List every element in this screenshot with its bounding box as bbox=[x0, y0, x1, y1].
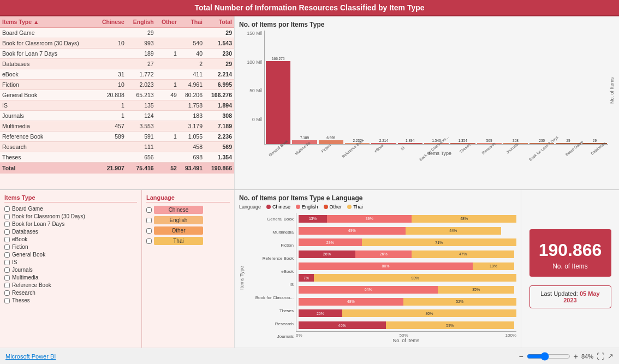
bar-item[interactable]: 7.189 bbox=[292, 57, 317, 144]
seg-english: 29% bbox=[299, 238, 362, 246]
bar-value: 308 bbox=[513, 139, 519, 142]
table-row: Board Game2929 bbox=[0, 28, 234, 38]
bar-fill bbox=[319, 140, 343, 144]
stacked-y-label: General Book bbox=[247, 217, 296, 222]
filter-checkbox[interactable] bbox=[4, 214, 10, 219]
filter-item[interactable]: Fiction bbox=[4, 244, 137, 250]
table-row: Book for Classroom (30 Days)109935401.54… bbox=[0, 38, 234, 49]
stacked-y-label: eBook bbox=[247, 269, 296, 274]
items-table: Items Type ▲ Chinese English Other Thai … bbox=[0, 16, 234, 174]
lang-checkbox[interactable] bbox=[146, 238, 152, 244]
filter-item[interactable]: Multimedia bbox=[4, 275, 137, 281]
bar-item[interactable]: 1.894 bbox=[398, 57, 422, 144]
filter-item[interactable]: General Book bbox=[4, 252, 137, 258]
table-row: General Book20.80865.2134980.206166.276 bbox=[0, 90, 234, 100]
filter-checkbox[interactable] bbox=[4, 244, 10, 250]
filter-item[interactable]: Journals bbox=[4, 267, 137, 273]
plus-button[interactable]: + bbox=[574, 352, 578, 361]
bar-item[interactable]: 230 bbox=[529, 57, 554, 144]
minus-button[interactable]: − bbox=[519, 352, 523, 361]
bar-item[interactable]: 2.236 bbox=[345, 57, 370, 144]
filters-area: Items Type Board GameBook for Classroom … bbox=[0, 190, 235, 348]
filter-label: Book for Classroom (30 Days) bbox=[12, 213, 85, 219]
table-scroll[interactable]: Items Type ▲ Chinese English Other Thai … bbox=[0, 16, 234, 189]
seg-english: 39% bbox=[327, 215, 412, 223]
stacked-y-label: IS bbox=[247, 282, 296, 287]
filter-item[interactable]: Databases bbox=[4, 229, 137, 235]
footer-cell: 190.866 bbox=[205, 163, 234, 174]
filter-item[interactable]: Theses bbox=[4, 297, 137, 303]
lang-checkbox[interactable] bbox=[146, 228, 152, 234]
filter-label: eBook bbox=[12, 236, 27, 242]
bar-fill bbox=[398, 143, 422, 144]
filter-checkbox[interactable] bbox=[4, 267, 10, 273]
filter-checkbox[interactable] bbox=[4, 206, 10, 212]
filter-checkbox[interactable] bbox=[4, 283, 10, 288]
seg-thai: 80% bbox=[342, 309, 516, 317]
filter-checkbox[interactable] bbox=[4, 237, 10, 242]
seg-thai: 52% bbox=[403, 298, 516, 306]
footer-cell: 52 bbox=[156, 163, 179, 174]
legend-other: Other bbox=[324, 204, 342, 210]
filter-item[interactable]: IS bbox=[4, 259, 137, 265]
bar-item[interactable]: 6.995 bbox=[319, 57, 343, 144]
table-row: IS11351.7581.894 bbox=[0, 100, 234, 111]
col-english: English bbox=[127, 16, 156, 28]
fit-icon[interactable]: ⛶ bbox=[597, 352, 604, 361]
filter-checkbox[interactable] bbox=[4, 229, 10, 235]
lang-item[interactable]: English bbox=[146, 216, 230, 224]
seg-thai: 93% bbox=[314, 274, 516, 282]
bar-item[interactable]: 29 bbox=[556, 57, 580, 144]
filter-item[interactable]: Board Game bbox=[4, 206, 137, 212]
lang-item[interactable]: Chinese bbox=[146, 206, 230, 214]
filter-checkbox[interactable] bbox=[4, 298, 10, 303]
bar-item[interactable]: 569 bbox=[477, 57, 502, 144]
filter-checkbox[interactable] bbox=[4, 252, 10, 258]
external-link-icon[interactable]: ↗ bbox=[608, 352, 614, 360]
seg-thai: 19% bbox=[473, 262, 514, 270]
seg-thai: 47% bbox=[412, 250, 514, 258]
bar-item[interactable]: 1.543 bbox=[424, 57, 449, 144]
bar-item[interactable]: 1.354 bbox=[450, 57, 475, 144]
bar-item[interactable]: 166.276 bbox=[266, 57, 290, 144]
seg-thai: 71% bbox=[362, 238, 516, 246]
bar-item[interactable]: 308 bbox=[503, 57, 528, 144]
bar-value: 569 bbox=[486, 139, 492, 142]
bar-value: 6.995 bbox=[326, 136, 335, 140]
col-items-type: Items Type ▲ bbox=[0, 16, 95, 28]
stacked-bar-row: 7%93% bbox=[299, 274, 516, 282]
lang-badge: Chinese bbox=[154, 206, 203, 214]
lang-checkbox[interactable] bbox=[146, 207, 152, 213]
bar-item[interactable]: 2.214 bbox=[371, 57, 396, 144]
col-thai: Thai bbox=[179, 16, 205, 28]
table-row: Databases27229 bbox=[0, 59, 234, 69]
filter-checkbox[interactable] bbox=[4, 222, 10, 227]
stacked-y-label: Reference Book bbox=[247, 256, 296, 261]
legend-label: Language bbox=[239, 204, 261, 210]
filter-label: Journals bbox=[12, 267, 33, 273]
bar-value: 166.276 bbox=[272, 57, 285, 61]
lang-item[interactable]: Thai bbox=[146, 237, 230, 245]
powerbi-link[interactable]: Microsoft Power BI bbox=[5, 353, 56, 360]
bar-item[interactable]: 29 bbox=[582, 57, 607, 144]
filter-item[interactable]: Book for Loan 7 Days bbox=[4, 221, 137, 227]
stacked-chart-title: No. of Items por Items Type e Language bbox=[239, 194, 516, 202]
lang-item[interactable]: Other bbox=[146, 226, 230, 235]
seg-english: 26% bbox=[355, 250, 412, 258]
zoom-level: 84% bbox=[581, 353, 593, 360]
stacked-bar-row: 80%19% bbox=[299, 262, 516, 270]
filter-item[interactable]: eBook bbox=[4, 236, 137, 242]
zoom-slider[interactable] bbox=[527, 352, 570, 361]
filter-item[interactable]: Reference Book bbox=[4, 282, 137, 288]
filter-item[interactable]: Research bbox=[4, 290, 137, 296]
stacked-bar-row: 49%44% bbox=[299, 227, 516, 235]
footer-cell: 75.416 bbox=[127, 163, 156, 174]
filter-checkbox[interactable] bbox=[4, 290, 10, 296]
lang-checkbox[interactable] bbox=[146, 218, 152, 223]
stacked-y-label: Theses bbox=[247, 308, 296, 313]
bars-container: 166.2767.1896.9952.2362.2141.8941.5431.3… bbox=[264, 31, 608, 145]
filter-checkbox[interactable] bbox=[4, 275, 10, 281]
filter-item[interactable]: Book for Classroom (30 Days) bbox=[4, 213, 137, 219]
stacked-bars-container: 13%39%48%49%44%29%71%26%26%47%80%19%7%93… bbox=[296, 213, 516, 332]
filter-checkbox[interactable] bbox=[4, 260, 10, 265]
